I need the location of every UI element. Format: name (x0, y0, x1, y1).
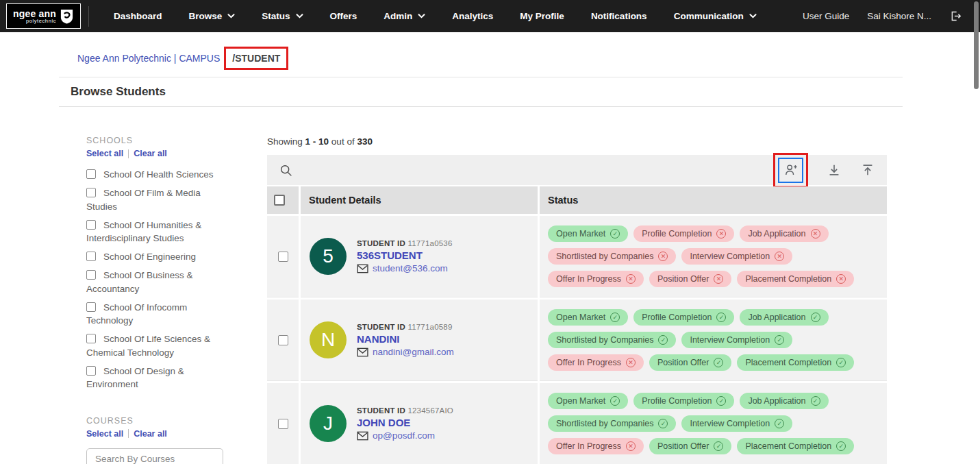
student-details-cell: J STUDENT ID 1234567AIO JOHN DOE op@posd… (301, 383, 538, 464)
brand-logo[interactable]: ngee ann polytechnic (6, 3, 81, 29)
badge-state-icon: ✕ (658, 252, 668, 261)
courses-filter: COURSES Select all Clear all (86, 416, 234, 464)
schools-clear-all-link[interactable]: Clear all (134, 149, 167, 158)
nav-item-dashboard[interactable]: Dashboard (114, 11, 162, 21)
badge-state-icon: ✕ (716, 229, 726, 239)
status-badge: Interview Completion ✓ (681, 415, 792, 432)
row-select-cell (267, 300, 299, 381)
school-checkbox[interactable] (86, 302, 96, 312)
school-checkbox[interactable] (86, 334, 96, 343)
annotation-box-red (773, 153, 808, 188)
browse-students-page: ngee ann polytechnic Dashboard Browse St… (0, 0, 980, 464)
nav-item-offers[interactable]: Offers (330, 11, 357, 21)
user-guide-link[interactable]: User Guide (803, 11, 849, 21)
logout-icon[interactable] (949, 10, 962, 23)
courses-clear-all-link[interactable]: Clear all (134, 429, 167, 439)
badge-state-icon: ✓ (716, 396, 726, 406)
results-range: 1 - 10 (305, 136, 329, 147)
student-email-link[interactable]: student@536.com (357, 263, 453, 273)
nav-menu: Dashboard Browse Status Offers Admin Ana… (114, 11, 757, 21)
student-email-link[interactable]: nandini@gmail.com (357, 347, 454, 357)
status-badge: Offer In Progress ✕ (548, 354, 644, 371)
status-badge: Profile Completion ✓ (633, 309, 734, 326)
select-all-checkbox[interactable] (274, 195, 285, 206)
chevron-down-icon (418, 14, 425, 19)
student-details-cell: N STUDENT ID 11771a0589 NANDINI nandini@… (301, 300, 538, 381)
nav-item-analytics[interactable]: Analytics (452, 11, 493, 21)
chevron-down-icon (227, 14, 235, 19)
row-select-cell (267, 383, 299, 464)
page-title: Browse Students (71, 85, 166, 99)
badge-state-icon: ✓ (836, 441, 846, 451)
nav-divider (88, 6, 89, 27)
add-student-button[interactable] (778, 158, 803, 183)
school-filter-item: School Of Film & Media Studies (86, 186, 234, 213)
badge-state-icon: ✕ (811, 229, 820, 239)
status-badge: Interview Completion ✓ (681, 332, 792, 348)
search-icon[interactable] (279, 163, 293, 178)
school-checkbox[interactable] (86, 366, 96, 376)
email-icon (357, 264, 368, 273)
status-badge: Interview Completion ✕ (681, 248, 792, 265)
table-header: Student Details Status (267, 186, 887, 214)
avatar: N (310, 321, 347, 358)
chevron-down-icon (296, 14, 303, 19)
nav-item-browse[interactable]: Browse (189, 11, 236, 21)
school-filter-item: School Of Infocomm Technology (86, 301, 234, 328)
school-checkbox[interactable] (86, 188, 96, 197)
badge-state-icon: ✕ (775, 252, 784, 261)
school-checkbox[interactable] (86, 270, 96, 280)
nav-item-notifications[interactable]: Notifications (591, 11, 647, 21)
status-header: Status (540, 186, 887, 214)
student-id: STUDENT ID 1234567AIO (357, 406, 453, 415)
status-badge: Position Offer ✓ (649, 438, 732, 454)
breadcrumb-current-annotated: /STUDENT (224, 47, 288, 70)
status-badge: Placement Completion ✕ (737, 271, 854, 287)
student-email-link[interactable]: op@posdf.com (357, 430, 453, 441)
school-filter-item: School Of Health Sciences (86, 168, 234, 182)
download-icon[interactable] (827, 162, 842, 178)
row-checkbox[interactable] (278, 419, 288, 429)
search-courses-input[interactable] (86, 448, 223, 464)
student-id: STUDENT ID 11771a0536 (357, 239, 453, 247)
results-panel: Showing 1 - 10 out of 330 (267, 106, 887, 464)
nav-right: User Guide Sai Kishore N... (803, 10, 962, 23)
nav-item-admin[interactable]: Admin (384, 11, 425, 21)
nav-item-my-profile[interactable]: My Profile (520, 11, 564, 21)
badge-state-icon: ✓ (714, 358, 723, 367)
courses-heading: COURSES (86, 416, 234, 426)
school-checkbox[interactable] (86, 252, 96, 261)
add-user-icon (783, 162, 799, 178)
status-cell: Open Market ✓ Profile Completion ✓ Job A… (540, 300, 887, 381)
status-badge: Shortlisted by Companies ✓ (548, 415, 676, 432)
logo-line1: ngee ann (13, 9, 56, 19)
status-badge: Position Offer ✓ (649, 354, 732, 371)
badge-state-icon: ✓ (775, 419, 784, 428)
row-checkbox[interactable] (278, 335, 288, 345)
nav-item-status[interactable]: Status (262, 11, 303, 21)
student-name-link[interactable]: 536STUDENT (357, 249, 453, 261)
schools-select-all-link[interactable]: Select all (86, 149, 123, 158)
row-select-cell (267, 216, 299, 297)
status-badge: Shortlisted by Companies ✕ (548, 248, 676, 265)
row-checkbox[interactable] (278, 252, 288, 262)
user-menu[interactable]: Sai Kishore N... (867, 11, 931, 21)
breadcrumb-root-link[interactable]: Ngee Ann Polytechnic | CAMPUS (77, 53, 220, 64)
status-badge: Open Market ✓ (548, 309, 628, 326)
school-checkbox[interactable] (86, 220, 96, 230)
badge-state-icon: ✓ (716, 313, 726, 322)
student-name-link[interactable]: NANDINI (357, 333, 454, 345)
chevron-down-icon (749, 14, 757, 19)
nav-item-communication[interactable]: Communication (674, 11, 757, 21)
upload-icon[interactable] (860, 162, 875, 178)
student-details-header: Student Details (301, 186, 538, 214)
page-scrollbar[interactable] (974, 1, 979, 89)
select-all-header-cell (267, 186, 299, 214)
courses-select-all-link[interactable]: Select all (86, 429, 123, 439)
status-badge: Placement Completion ✓ (737, 438, 854, 454)
status-badge: Job Application ✓ (740, 393, 828, 409)
school-checkbox[interactable] (86, 169, 96, 179)
status-badge: Job Application ✕ (740, 225, 828, 242)
student-name-link[interactable]: JOHN DOE (357, 417, 453, 428)
badge-state-icon: ✕ (836, 274, 846, 284)
